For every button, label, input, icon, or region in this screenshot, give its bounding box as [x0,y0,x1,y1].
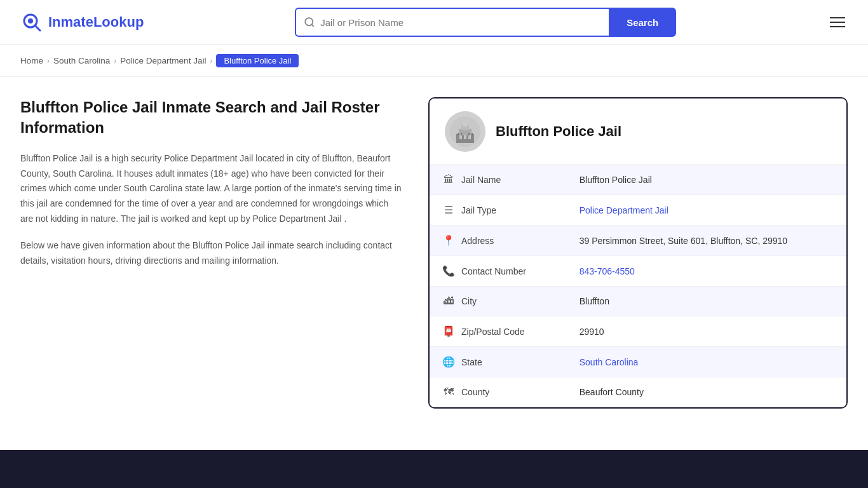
logo-icon [20,11,43,34]
row-icon: ☰ [442,204,455,216]
page-title: Bluffton Police Jail Inmate Search and J… [20,97,403,139]
svg-point-1 [28,18,33,24]
table-value-cell: Bluffton [567,287,846,316]
svg-rect-14 [461,133,462,135]
table-value-cell: Bluffton Police Jail [567,165,846,195]
hamburger-line2 [830,22,845,23]
table-row: 📍Address39 Persimmon Street, Suite 601, … [430,226,846,256]
row-icon: 📍 [442,234,455,247]
table-value-cell: Beaufort County [567,377,846,407]
table-label-cell: 🗺County [430,377,544,407]
table-row: 📞Contact Number843-706-4550 [430,256,846,287]
chevron-icon-3: › [210,57,212,65]
table-value-link[interactable]: Police Department Jail [580,205,668,215]
table-value-link[interactable]: 843-706-4550 [580,266,635,276]
left-panel: Bluffton Police Jail Inmate Search and J… [20,97,403,280]
card-header: Bluffton Police Jail [430,98,846,165]
jail-avatar [445,111,485,152]
table-label-cell: 🏙City [430,287,544,316]
search-input[interactable] [320,17,601,28]
logo[interactable]: InmateLookup [20,11,144,34]
chevron-icon-1: › [47,57,50,65]
search-icon [304,17,315,28]
row-icon: 📮 [442,325,455,337]
row-label: City [461,296,477,306]
page-description-1: Bluffton Police Jail is a high security … [20,151,403,227]
table-value-cell[interactable]: Police Department Jail [567,195,846,226]
breadcrumb-current: Bluffton Police Jail [216,54,299,67]
svg-rect-13 [458,133,459,135]
table-value-cell: 39 Persimmon Street, Suite 601, Bluffton… [567,226,846,256]
table-row: 🗺CountyBeaufort County [430,377,846,407]
table-label-cell: 🌐State [430,347,544,377]
building-icon [450,116,480,147]
svg-rect-12 [468,135,471,139]
row-label: Jail Name [461,175,501,185]
search-button[interactable]: Search [609,8,676,37]
svg-rect-9 [463,123,467,126]
row-icon: 🗺 [442,386,455,398]
table-value-link[interactable]: South Carolina [580,357,639,367]
breadcrumb-state[interactable]: South Carolina [53,56,110,65]
row-label: Jail Type [461,205,496,215]
row-label: State [461,357,482,367]
row-icon: 🏙 [442,295,455,307]
svg-rect-11 [464,135,466,139]
svg-point-3 [305,18,313,25]
table-label-cell: 📍Address [430,226,544,255]
hamburger-line3 [830,26,845,27]
info-table: 🏛Jail NameBluffton Police Jail☰Jail Type… [430,165,846,407]
row-label: Address [461,236,494,246]
table-row: 🌐StateSouth Carolina [430,347,846,377]
row-label: Contact Number [461,266,526,276]
table-value-cell[interactable]: 843-706-4550 [567,256,846,287]
row-icon: 📞 [442,265,455,277]
search-area: Search [295,8,676,37]
row-label: Zip/Postal Code [461,327,525,337]
row-icon: 🌐 [442,356,455,368]
table-row: 🏙CityBluffton [430,287,846,316]
row-label: County [461,387,489,397]
table-label-cell: ☰Jail Type [430,195,544,225]
search-input-wrapper [295,8,609,37]
svg-line-2 [35,25,40,30]
card-jail-name: Bluffton Police Jail [496,123,621,140]
breadcrumb-type[interactable]: Police Department Jail [120,56,206,65]
page-description-2: Below we have given information about th… [20,238,403,269]
table-row: 📮Zip/Postal Code29910 [430,316,846,347]
hamburger-line1 [830,17,845,18]
logo-text: InmateLookup [48,14,144,30]
table-value-cell[interactable]: South Carolina [567,347,846,377]
breadcrumb: Home › South Carolina › Police Departmen… [0,45,868,77]
breadcrumb-home[interactable]: Home [20,56,43,65]
row-icon: 🏛 [442,174,455,186]
svg-rect-16 [471,133,473,135]
table-label-cell: 📮Zip/Postal Code [430,316,544,346]
table-row: ☰Jail TypePolice Department Jail [430,195,846,226]
main-content: Bluffton Police Jail Inmate Search and J… [0,77,868,429]
footer-bar [0,450,868,488]
table-label-cell: 📞Contact Number [430,256,544,286]
table-row: 🏛Jail NameBluffton Police Jail [430,165,846,195]
svg-rect-10 [459,135,462,139]
chevron-icon-2: › [114,57,116,65]
menu-button[interactable] [827,15,848,30]
svg-rect-15 [468,133,470,135]
info-card: Bluffton Police Jail 🏛Jail NameBluffton … [428,97,848,409]
table-label-cell: 🏛Jail Name [430,165,544,194]
svg-line-4 [312,24,314,26]
table-value-cell: 29910 [567,316,846,347]
